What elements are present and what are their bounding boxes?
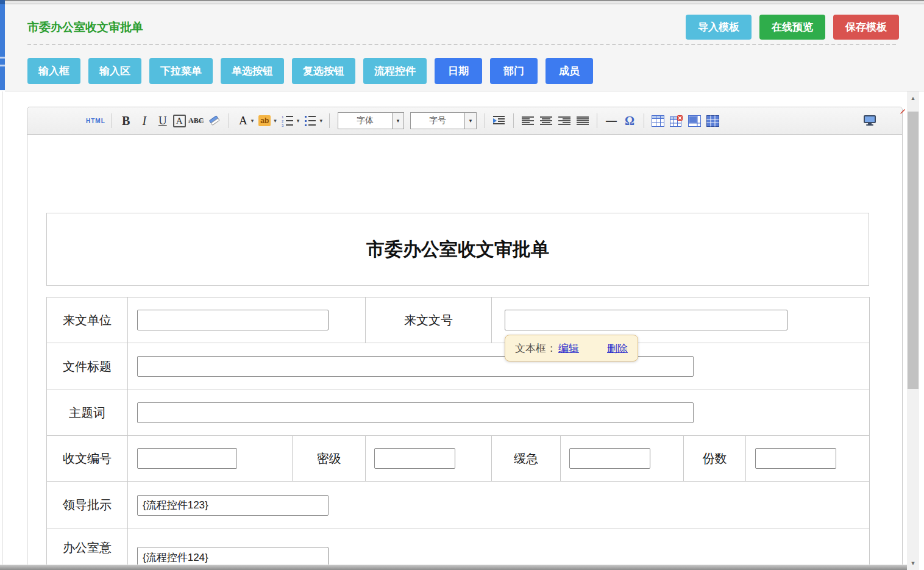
- scroll-up-button[interactable]: ▲: [907, 93, 919, 104]
- copies-label: 份数: [684, 436, 746, 482]
- table-row: 办公室意见: [47, 529, 870, 570]
- unordered-list-dropdown-arrow[interactable]: ▾: [319, 118, 322, 124]
- bottom-window-edge: [0, 565, 907, 570]
- align-justify-icon[interactable]: [575, 112, 591, 129]
- font-size-select[interactable]: 字号 ▾: [410, 112, 477, 129]
- svg-text:3: 3: [282, 124, 284, 127]
- table-row: 来文单位 来文文号: [47, 297, 870, 343]
- form-title: 市委办公室收文审批单: [366, 237, 549, 262]
- toolbar-separator: [597, 113, 597, 128]
- subject-word-input[interactable]: [137, 402, 694, 423]
- table-row: 领导批示: [47, 482, 870, 529]
- highlight-dropdown-arrow[interactable]: ▾: [274, 118, 277, 124]
- table-properties-icon[interactable]: [687, 112, 703, 129]
- svg-text:1: 1: [282, 115, 284, 119]
- widget-button-textarea[interactable]: 输入区: [88, 58, 141, 84]
- editor-document[interactable]: 市委办公室收文审批单 来文单位 来文文号: [27, 213, 902, 570]
- subject-word-label: 主题词: [47, 390, 128, 436]
- font-color-dropdown-arrow[interactable]: ▾: [251, 118, 254, 124]
- online-preview-button[interactable]: 在线预览: [759, 15, 825, 40]
- toolbar-separator: [644, 113, 644, 128]
- textbox-tooltip: 文本框： 编辑 删除: [505, 335, 638, 362]
- leader-instruction-label: 领导批示: [47, 482, 128, 529]
- vertical-scrollbar[interactable]: ▲ ▼: [907, 91, 919, 570]
- receipt-number-input[interactable]: [137, 448, 237, 469]
- ordered-list-icon[interactable]: 1 2 3: [280, 112, 296, 129]
- document-title-label: 文件标题: [47, 343, 128, 390]
- underline-icon[interactable]: U: [155, 112, 171, 129]
- page: 市委办公室收文审批单 导入模板 在线预览 保存模板 输入框 输入区 下拉菜单 单…: [0, 0, 924, 570]
- table-cell: [128, 436, 293, 482]
- chevron-down-icon[interactable]: ▾: [392, 113, 403, 129]
- chevron-down-icon[interactable]: ▾: [464, 113, 476, 129]
- leader-instruction-input[interactable]: [137, 495, 329, 516]
- table-cell: [561, 436, 684, 482]
- edit-link[interactable]: 编辑: [558, 341, 579, 355]
- align-right-icon[interactable]: [556, 112, 572, 129]
- delete-link[interactable]: 删除: [607, 341, 628, 355]
- widget-button-member[interactable]: 成员: [546, 58, 593, 84]
- table-row: 文件标题: [47, 343, 870, 390]
- horizontal-rule-icon[interactable]: —: [603, 112, 619, 129]
- receipt-number-label: 收文编号: [47, 436, 128, 482]
- special-character-icon[interactable]: Ω: [622, 112, 638, 129]
- italic-icon[interactable]: I: [137, 112, 152, 129]
- scrollbar-thumb[interactable]: [908, 112, 919, 389]
- copies-input[interactable]: [755, 448, 836, 469]
- widget-button-department[interactable]: 部门: [490, 58, 538, 84]
- widget-button-checkbox[interactable]: 复选按钮: [292, 58, 355, 84]
- source-unit-input[interactable]: [137, 310, 329, 330]
- save-template-button[interactable]: 保存模板: [833, 15, 899, 40]
- fullscreen-icon[interactable]: [862, 112, 878, 129]
- pencil-icon: [900, 106, 906, 117]
- template-designer-header: 市委办公室收文审批单 导入模板 在线预览 保存模板 输入框 输入区 下拉菜单 单…: [5, 4, 924, 91]
- widget-button-input-box[interactable]: 输入框: [27, 58, 80, 84]
- delete-table-icon[interactable]: [669, 112, 684, 129]
- document-number-input[interactable]: [505, 310, 787, 330]
- font-color-icon[interactable]: A: [235, 112, 251, 129]
- source-code-icon[interactable]: HTML: [86, 112, 105, 129]
- import-template-button[interactable]: 导入模板: [686, 15, 752, 40]
- security-level-label: 密级: [293, 436, 366, 482]
- table-cell: [366, 436, 492, 482]
- table-cell: [128, 529, 870, 570]
- widget-button-radio[interactable]: 单选按钮: [221, 58, 284, 84]
- font-family-select[interactable]: 字体 ▾: [338, 112, 404, 129]
- align-center-icon[interactable]: [538, 112, 554, 129]
- header-actions: 导入模板 在线预览 保存模板: [686, 15, 899, 40]
- page-title: 市委办公室收文审批单: [27, 20, 143, 35]
- toolbar-separator: [229, 113, 229, 128]
- bold-icon[interactable]: B: [118, 112, 134, 129]
- toolbar-separator: [485, 113, 485, 128]
- edge-tick: [0, 57, 5, 59]
- toolbar-separator: [112, 113, 112, 128]
- editor-toolbar: HTML B I U A ABC A ▾ ab ▾: [27, 107, 902, 135]
- approval-form-table: 来文单位 来文文号 文件标题 主题词: [46, 297, 870, 570]
- widget-button-dropdown[interactable]: 下拉菜单: [149, 58, 213, 84]
- table-cell: [128, 482, 870, 529]
- cell-properties-icon[interactable]: [705, 112, 721, 129]
- background-window-edge: [0, 0, 5, 90]
- toolbar-separator: [513, 113, 514, 128]
- form-title-box: 市委办公室收文审批单: [46, 213, 869, 286]
- highlight-icon[interactable]: ab: [257, 112, 272, 129]
- table-cell: [746, 436, 870, 482]
- align-left-icon[interactable]: [520, 112, 536, 129]
- eraser-icon[interactable]: [207, 112, 222, 129]
- table-cell: [128, 390, 870, 436]
- font-box-icon[interactable]: A: [173, 115, 186, 127]
- security-level-input[interactable]: [374, 448, 455, 469]
- insert-table-icon[interactable]: [650, 112, 666, 129]
- strikethrough-icon[interactable]: ABC: [188, 112, 204, 129]
- table-row: 收文编号 密级 缓急 份数: [47, 436, 870, 482]
- indent-icon[interactable]: [491, 112, 507, 129]
- scroll-down-button[interactable]: ▼: [907, 558, 919, 569]
- unordered-list-icon[interactable]: [302, 112, 318, 129]
- urgency-input[interactable]: [569, 448, 650, 469]
- widget-button-date[interactable]: 日期: [435, 58, 482, 84]
- toolbar-separator: [329, 113, 330, 128]
- ordered-list-dropdown-arrow[interactable]: ▾: [297, 118, 300, 124]
- widget-button-process-control[interactable]: 流程控件: [363, 58, 427, 84]
- svg-text:2: 2: [282, 119, 284, 123]
- dashed-separator: [27, 44, 896, 45]
